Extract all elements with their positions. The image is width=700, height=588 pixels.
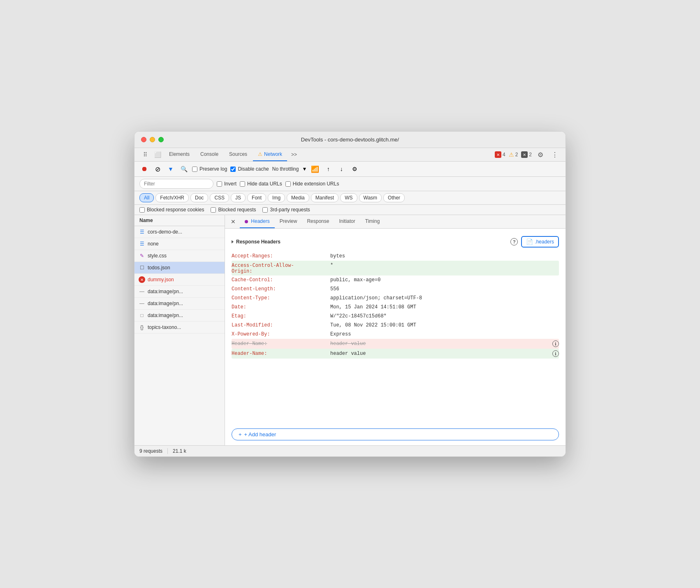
clear-button[interactable]: ⊘	[153, 164, 162, 174]
type-fetch-xhr[interactable]: Fetch/XHR	[155, 193, 189, 202]
hide-ext-label[interactable]: Hide extension URLs	[285, 181, 339, 187]
error-icon: ✕	[139, 276, 145, 283]
file-icon-img2: —	[139, 300, 145, 307]
file-name-img3: data:image/pn...	[148, 313, 183, 318]
blocked-filters: Blocked response cookies Blocked request…	[134, 205, 566, 215]
blocked-requests-checkbox[interactable]	[211, 207, 216, 213]
detail-tab-response[interactable]: Response	[302, 215, 334, 228]
tab-sources[interactable]: Sources	[224, 148, 252, 161]
file-item-img2[interactable]: — data:image/pn...	[134, 298, 225, 310]
throttle-arrow[interactable]: ▼	[302, 166, 307, 172]
header-value-content-type: application/json; charset=UTF-8	[330, 295, 559, 301]
type-img[interactable]: Img	[268, 193, 285, 202]
invert-checkbox[interactable]	[217, 181, 222, 187]
third-party-label[interactable]: 3rd-party requests	[262, 207, 310, 213]
file-item-img3[interactable]: □ data:image/pn...	[134, 310, 225, 322]
file-item-img1[interactable]: — data:image/pn...	[134, 286, 225, 298]
file-icon-none: ☰	[139, 241, 145, 247]
type-doc[interactable]: Doc	[190, 193, 208, 202]
settings-icon[interactable]: ⚙	[535, 149, 546, 160]
disable-cache-checkbox[interactable]	[230, 167, 236, 172]
header-name-access-control: Access-Control-Allow-Origin:	[232, 262, 330, 274]
blocked-requests-label[interactable]: Blocked requests	[211, 207, 256, 213]
filter-icon[interactable]: ▼	[166, 164, 176, 174]
header-name-green: Header-Name:	[232, 351, 330, 357]
blocked-cookies-label[interactable]: Blocked response cookies	[139, 207, 204, 213]
wifi-icon[interactable]: 📶	[310, 164, 320, 174]
headers-file-button[interactable]: 📄 .headers	[521, 236, 559, 248]
detail-tab-preview[interactable]: Preview	[275, 215, 302, 228]
section-actions: ? 📄 .headers	[510, 236, 559, 248]
detail-tab-timing[interactable]: Timing	[360, 215, 385, 228]
maximize-button[interactable]	[158, 137, 164, 142]
header-row-date: Date: Mon, 15 Jan 2024 14:51:08 GMT	[232, 303, 559, 312]
header-name-last-modified: Last-Modified:	[232, 322, 330, 328]
detail-tab-initiator[interactable]: Initiator	[334, 215, 360, 228]
file-item-cors-demo[interactable]: ☰ cors-demo-de...	[134, 226, 225, 238]
type-other[interactable]: Other	[383, 193, 405, 202]
tab-more[interactable]: >>	[288, 148, 300, 161]
hide-data-urls-checkbox[interactable]	[240, 181, 245, 187]
header-row-accept-ranges: Accept-Ranges: bytes	[232, 252, 559, 261]
file-item-style[interactable]: ✎ style.css	[134, 250, 225, 262]
info-icon-green[interactable]: ℹ	[552, 350, 559, 357]
preserve-log-checkbox[interactable]	[192, 167, 197, 172]
hide-ext-checkbox[interactable]	[285, 181, 291, 187]
device-icon[interactable]: ⬜	[152, 149, 163, 160]
tab-elements[interactable]: Elements	[164, 148, 195, 161]
network-toolbar: ⏺ ⊘ ▼ 🔍 Preserve log Disable cache No th…	[134, 162, 566, 177]
file-name-cors-demo: cors-demo-de...	[148, 229, 182, 235]
help-icon[interactable]: ?	[510, 238, 518, 245]
header-value-etag: W/"22c-18457c15d68"	[330, 313, 559, 319]
more-icon[interactable]: ⋮	[549, 149, 561, 160]
file-list-header: Name	[134, 215, 225, 226]
file-name-dummy: dummy.json	[148, 277, 174, 282]
header-name-cache-control: Cache-Control:	[232, 277, 330, 283]
override-count: ✕	[521, 151, 528, 158]
add-header-button[interactable]: + + Add header	[232, 428, 559, 440]
close-detail-button[interactable]: ✕	[228, 217, 238, 227]
invert-label[interactable]: Invert	[217, 181, 236, 187]
type-css[interactable]: CSS	[210, 193, 229, 202]
detail-tab-headers[interactable]: Headers	[240, 215, 275, 228]
tab-network[interactable]: ⚠Network	[253, 148, 287, 161]
preserve-log-label[interactable]: Preserve log	[192, 166, 227, 172]
file-name-todos: todos.json	[148, 265, 170, 271]
record-button[interactable]: ⏺	[139, 164, 149, 174]
type-media[interactable]: Media	[287, 193, 309, 202]
upload-icon[interactable]: ↑	[323, 164, 333, 174]
file-item-todos[interactable]: ☐ todos.json	[134, 262, 225, 274]
info-icon-strike[interactable]: ℹ	[552, 340, 559, 347]
download-icon[interactable]: ↓	[336, 164, 346, 174]
blocked-cookies-checkbox[interactable]	[139, 207, 145, 213]
search-icon[interactable]: 🔍	[179, 164, 189, 174]
type-all[interactable]: All	[139, 193, 154, 202]
request-count: 9 requests	[139, 448, 162, 454]
header-row-content-type: Content-Type: application/json; charset=…	[232, 294, 559, 303]
override-badge: ✕ 2	[521, 151, 532, 158]
hide-data-urls-label[interactable]: Hide data URLs	[240, 181, 282, 187]
minimize-button[interactable]	[150, 137, 155, 142]
file-name-img1: data:image/pn...	[148, 289, 183, 294]
header-value-last-modified: Tue, 08 Nov 2022 15:00:01 GMT	[330, 322, 559, 328]
disable-cache-label[interactable]: Disable cache	[230, 166, 269, 172]
file-name-img2: data:image/pn...	[148, 301, 183, 306]
type-font[interactable]: Font	[247, 193, 266, 202]
close-button[interactable]	[141, 137, 146, 142]
file-item-topics[interactable]: {} topics-taxono...	[134, 322, 225, 333]
filter-input[interactable]	[139, 179, 213, 189]
tab-console[interactable]: Console	[195, 148, 223, 161]
header-row-x-powered-by: X-Powered-By: Express	[232, 330, 559, 339]
type-js[interactable]: JS	[231, 193, 246, 202]
file-icon-img1: —	[139, 288, 145, 295]
type-wasm[interactable]: Wasm	[359, 193, 382, 202]
inspector-icon[interactable]: ⠿	[139, 149, 151, 160]
file-icon: 📄	[526, 238, 533, 245]
transfer-size: 21.1 k	[173, 448, 186, 454]
type-manifest[interactable]: Manifest	[311, 193, 338, 202]
third-party-checkbox[interactable]	[262, 207, 268, 213]
file-item-dummy[interactable]: ✕ dummy.json	[134, 274, 225, 286]
network-settings-icon[interactable]: ⚙	[350, 164, 359, 174]
file-item-none[interactable]: ☰ none	[134, 238, 225, 250]
type-ws[interactable]: WS	[340, 193, 357, 202]
